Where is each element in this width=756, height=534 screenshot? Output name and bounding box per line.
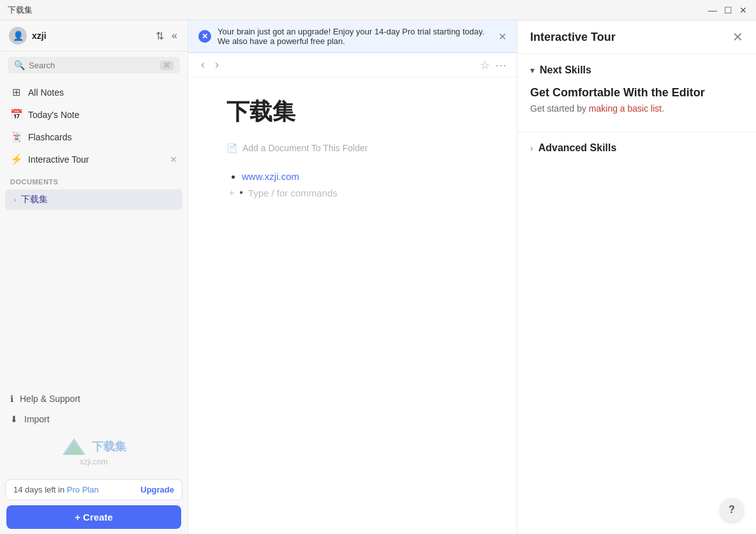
sidebar-item-label: Today's Note [28,110,80,120]
sidebar-item-flashcards[interactable]: 🃏 Flashcards [0,126,188,148]
skill-desc: Get started by making a basic list. [530,103,743,114]
nav-forward-button[interactable]: › [212,57,221,73]
notification-text: Your brain just got an upgrade! Enjoy yo… [218,27,492,46]
create-button[interactable]: + Create [6,505,181,529]
avatar: 👤 [9,27,27,45]
titlebar-title: 下载集 [8,4,33,16]
advanced-skills-chevron-icon: › [530,143,533,153]
all-notes-icon: ⊞ [10,86,22,98]
sidebar-bottom: ℹ Help & Support ⬇ Import 下载集 xzji.com [0,389,188,534]
interactive-tour-close-button[interactable]: ✕ [170,154,177,165]
nav-items: ⊞ All Notes 📅 Today's Note 🃏 Flashcards … [0,78,188,173]
notification-close-button[interactable]: ✕ [498,31,507,43]
search-bar: 🔍 ⌘ [8,57,180,73]
watermark-logo-icon [61,437,87,456]
app-body: 👤 xzji ⇅ « 🔍 ⌘ ⊞ All Notes 📅 Today's Not… [0,20,756,534]
sort-icon[interactable]: ⇅ [154,29,165,43]
next-skills-chevron-icon: ▾ [530,65,535,75]
panel-header: Interactive Tour ✕ [517,20,756,54]
sidebar-item-help-support[interactable]: ℹ Help & Support [0,389,188,409]
sidebar-item-label: Flashcards [28,132,71,142]
skill-card: Get Comfortable With the Editor Get star… [530,86,743,114]
bullet-input[interactable] [248,188,478,198]
skills-section: ▾ Next Skills Get Comfortable With the E… [517,54,756,131]
flashcards-icon: 🃏 [10,131,22,143]
add-doc-icon: 📄 [226,143,237,153]
doc-title[interactable]: 下载集 [226,96,478,128]
bullet-dot: • [239,187,243,198]
watermark-url: xzji.com [8,457,180,466]
bullet-list: www.xzji.com [226,168,478,184]
star-button[interactable]: ☆ [480,58,490,72]
advanced-skills-label: Advanced Skills [538,142,617,154]
username: xzji [32,31,47,41]
search-icon: 🔍 [14,60,25,70]
toolbar-actions: ☆ ⋯ [480,58,507,72]
notification-icon: ✕ [198,30,211,43]
interactive-tour-icon: ⚡ [10,153,22,165]
sidebar-item-label: Import [24,414,50,424]
maximize-button[interactable]: ☐ [723,5,733,15]
sidebar-header: 👤 xzji ⇅ « [0,20,188,52]
doc-item-name: 下载集 [21,194,48,205]
sidebar-header-right: ⇅ « [154,29,179,43]
sidebar-item-label: Help & Support [20,394,80,404]
toolbar-nav: ‹ › [198,57,221,73]
add-document-link[interactable]: 📄 Add a Document To This Folder [226,140,478,156]
titlebar: 下载集 — ☐ ✕ [0,0,756,20]
right-panel: Interactive Tour ✕ ▾ Next Skills Get Com… [517,20,756,534]
collapse-icon[interactable]: « [170,29,179,43]
titlebar-controls: — ☐ ✕ [708,5,748,15]
more-options-button[interactable]: ⋯ [495,58,507,72]
add-bullet-icon[interactable]: + [229,188,234,198]
watermark: 下载集 xzji.com [0,429,188,474]
sidebar-item-todays-note[interactable]: 📅 Today's Note [0,103,188,126]
help-button[interactable]: ? [720,498,743,521]
sidebar-item-interactive-tour[interactable]: ⚡ Interactive Tour ✕ [0,148,188,170]
upgrade-link[interactable]: Upgrade [140,485,174,494]
sidebar-item-label: All Notes [28,87,64,98]
doc-item-downloads[interactable]: › 下载集 [5,189,182,210]
editor-toolbar: ‹ › ☆ ⋯ [188,53,517,77]
import-icon: ⬇ [10,414,18,424]
search-shortcut: ⌘ [160,61,174,70]
new-bullet-row: + • [226,184,478,201]
skill-desc-link[interactable]: making a basic list [589,103,662,114]
minimize-button[interactable]: — [708,5,718,15]
nav-back-button[interactable]: ‹ [198,57,207,73]
panel-close-button[interactable]: ✕ [732,29,743,45]
upgrade-text: 14 days left in Pro Plan [13,485,99,494]
panel-title: Interactive Tour [530,31,616,44]
sidebar-item-label: Interactive Tour [28,154,89,165]
bullet-link[interactable]: www.xzji.com [242,171,299,182]
upgrade-banner: 14 days left in Pro Plan Upgrade [5,479,182,500]
notification-bar: ✕ Your brain just got an upgrade! Enjoy … [188,20,517,53]
doc-chevron-icon: › [14,197,16,204]
titlebar-close-button[interactable]: ✕ [738,5,748,15]
sidebar-item-import[interactable]: ⬇ Import [0,409,188,429]
main-content: ✕ Your brain just got an upgrade! Enjoy … [188,20,517,534]
sidebar-user[interactable]: 👤 xzji [9,27,47,45]
help-icon: ℹ [10,394,13,404]
next-skills-toggle[interactable]: ▾ Next Skills [530,64,743,76]
watermark-text: 下载集 [92,439,126,454]
sidebar: 👤 xzji ⇅ « 🔍 ⌘ ⊞ All Notes 📅 Today's Not… [0,20,188,534]
skill-title: Get Comfortable With the Editor [530,86,743,100]
editor-area: 下载集 📄 Add a Document To This Folder www.… [188,77,517,534]
documents-section-label: DOCUMENTS [0,173,188,188]
next-skills-label: Next Skills [540,64,591,76]
list-item: www.xzji.com [242,168,478,184]
advanced-skills-toggle[interactable]: › Advanced Skills [517,131,756,164]
search-input[interactable] [29,61,156,70]
todays-note-icon: 📅 [10,108,22,121]
sidebar-item-all-notes[interactable]: ⊞ All Notes [0,81,188,103]
